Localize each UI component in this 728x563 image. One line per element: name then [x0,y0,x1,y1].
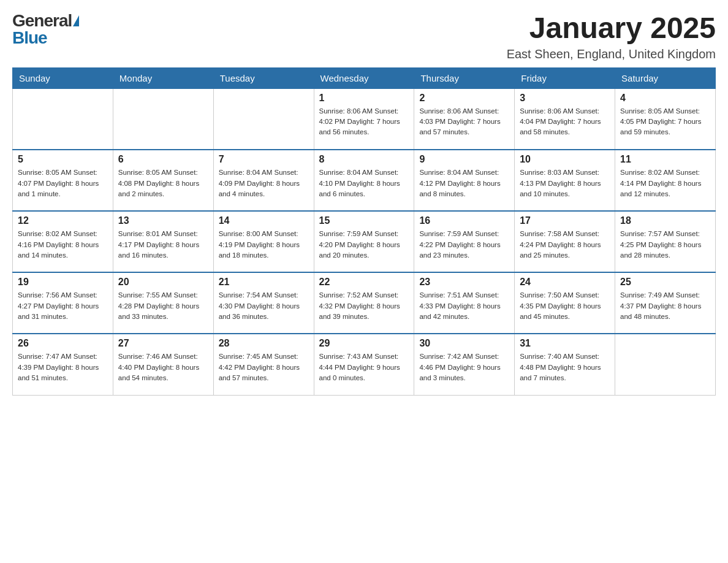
calendar-header-row: Sunday Monday Tuesday Wednesday Thursday… [13,67,716,88]
table-row: 4Sunrise: 8:05 AM Sunset: 4:05 PM Daylig… [615,88,716,150]
day-number: 22 [319,277,409,288]
table-row: 22Sunrise: 7:52 AM Sunset: 4:32 PM Dayli… [314,272,414,334]
table-row: 21Sunrise: 7:54 AM Sunset: 4:30 PM Dayli… [213,272,314,334]
day-info: Sunrise: 8:05 AM Sunset: 4:05 PM Dayligh… [620,106,710,138]
calendar-week-5: 26Sunrise: 7:47 AM Sunset: 4:39 PM Dayli… [13,334,716,395]
table-row: 14Sunrise: 8:00 AM Sunset: 4:19 PM Dayli… [213,211,314,272]
day-info: Sunrise: 8:06 AM Sunset: 4:03 PM Dayligh… [419,106,509,138]
day-info: Sunrise: 7:55 AM Sunset: 4:28 PM Dayligh… [118,290,208,322]
header-tuesday: Tuesday [213,67,314,88]
logo: General Blue [12,12,79,47]
header-thursday: Thursday [414,67,515,88]
day-info: Sunrise: 7:51 AM Sunset: 4:33 PM Dayligh… [419,290,509,322]
day-info: Sunrise: 7:52 AM Sunset: 4:32 PM Dayligh… [319,290,409,322]
table-row [13,88,113,150]
logo-triangle-icon [73,15,79,26]
logo-general-text: General [12,12,72,29]
table-row: 20Sunrise: 7:55 AM Sunset: 4:28 PM Dayli… [113,272,213,334]
table-row: 30Sunrise: 7:42 AM Sunset: 4:46 PM Dayli… [414,334,515,395]
day-info: Sunrise: 7:46 AM Sunset: 4:40 PM Dayligh… [118,351,208,383]
table-row [213,88,314,150]
day-info: Sunrise: 7:59 AM Sunset: 4:20 PM Dayligh… [319,229,409,261]
day-number: 28 [219,338,309,349]
table-row: 27Sunrise: 7:46 AM Sunset: 4:40 PM Dayli… [113,334,213,395]
day-number: 26 [18,338,108,349]
header-saturday: Saturday [615,67,716,88]
day-number: 8 [319,154,409,165]
table-row: 5Sunrise: 8:05 AM Sunset: 4:07 PM Daylig… [13,150,113,211]
table-row: 23Sunrise: 7:51 AM Sunset: 4:33 PM Dayli… [414,272,515,334]
table-row: 25Sunrise: 7:49 AM Sunset: 4:37 PM Dayli… [615,272,716,334]
day-number: 19 [18,277,108,288]
table-row: 7Sunrise: 8:04 AM Sunset: 4:09 PM Daylig… [213,150,314,211]
day-info: Sunrise: 7:43 AM Sunset: 4:44 PM Dayligh… [319,351,409,383]
calendar-week-3: 12Sunrise: 8:02 AM Sunset: 4:16 PM Dayli… [13,211,716,272]
day-number: 29 [319,338,409,349]
month-title: January 2025 [507,12,716,45]
table-row [113,88,213,150]
day-number: 20 [118,277,208,288]
table-row: 28Sunrise: 7:45 AM Sunset: 4:42 PM Dayli… [213,334,314,395]
calendar-week-2: 5Sunrise: 8:05 AM Sunset: 4:07 PM Daylig… [13,150,716,211]
table-row: 29Sunrise: 7:43 AM Sunset: 4:44 PM Dayli… [314,334,414,395]
day-info: Sunrise: 8:04 AM Sunset: 4:10 PM Dayligh… [319,167,409,199]
title-section: January 2025 East Sheen, England, United… [507,12,716,61]
day-number: 16 [419,215,509,226]
table-row: 9Sunrise: 8:04 AM Sunset: 4:12 PM Daylig… [414,150,515,211]
day-number: 7 [219,154,309,165]
day-info: Sunrise: 7:47 AM Sunset: 4:39 PM Dayligh… [18,351,108,383]
day-info: Sunrise: 7:45 AM Sunset: 4:42 PM Dayligh… [219,351,309,383]
header-sunday: Sunday [13,67,113,88]
table-row: 1Sunrise: 8:06 AM Sunset: 4:02 PM Daylig… [314,88,414,150]
day-info: Sunrise: 8:04 AM Sunset: 4:12 PM Dayligh… [419,167,509,199]
day-info: Sunrise: 8:05 AM Sunset: 4:08 PM Dayligh… [118,167,208,199]
day-number: 21 [219,277,309,288]
table-row: 8Sunrise: 8:04 AM Sunset: 4:10 PM Daylig… [314,150,414,211]
day-info: Sunrise: 8:04 AM Sunset: 4:09 PM Dayligh… [219,167,309,199]
day-number: 14 [219,215,309,226]
day-info: Sunrise: 7:59 AM Sunset: 4:22 PM Dayligh… [419,229,509,261]
day-number: 18 [620,215,710,226]
day-number: 5 [18,154,108,165]
table-row: 6Sunrise: 8:05 AM Sunset: 4:08 PM Daylig… [113,150,213,211]
day-info: Sunrise: 7:56 AM Sunset: 4:27 PM Dayligh… [18,290,108,322]
logo-blue-text: Blue [12,29,47,47]
header-monday: Monday [113,67,213,88]
day-number: 30 [419,338,509,349]
header-wednesday: Wednesday [314,67,414,88]
day-number: 3 [520,93,610,104]
day-number: 6 [118,154,208,165]
day-info: Sunrise: 8:03 AM Sunset: 4:13 PM Dayligh… [520,167,610,199]
day-number: 25 [620,277,710,288]
day-number: 13 [118,215,208,226]
day-number: 12 [18,215,108,226]
day-number: 11 [620,154,710,165]
day-number: 17 [520,215,610,226]
day-number: 4 [620,93,710,104]
page-header: General Blue January 2025 East Sheen, En… [12,12,716,61]
calendar-week-4: 19Sunrise: 7:56 AM Sunset: 4:27 PM Dayli… [13,272,716,334]
day-number: 2 [419,93,509,104]
day-number: 27 [118,338,208,349]
day-info: Sunrise: 7:54 AM Sunset: 4:30 PM Dayligh… [219,290,309,322]
day-info: Sunrise: 7:42 AM Sunset: 4:46 PM Dayligh… [419,351,509,383]
table-row [615,334,716,395]
calendar-table: Sunday Monday Tuesday Wednesday Thursday… [12,67,716,396]
day-number: 31 [520,338,610,349]
day-info: Sunrise: 7:49 AM Sunset: 4:37 PM Dayligh… [620,290,710,322]
day-info: Sunrise: 8:02 AM Sunset: 4:14 PM Dayligh… [620,167,710,199]
table-row: 12Sunrise: 8:02 AM Sunset: 4:16 PM Dayli… [13,211,113,272]
day-number: 24 [520,277,610,288]
day-info: Sunrise: 8:02 AM Sunset: 4:16 PM Dayligh… [18,229,108,261]
table-row: 11Sunrise: 8:02 AM Sunset: 4:14 PM Dayli… [615,150,716,211]
day-number: 1 [319,93,409,104]
location-text: East Sheen, England, United Kingdom [507,47,716,61]
day-info: Sunrise: 7:58 AM Sunset: 4:24 PM Dayligh… [520,229,610,261]
table-row: 17Sunrise: 7:58 AM Sunset: 4:24 PM Dayli… [515,211,615,272]
day-info: Sunrise: 8:06 AM Sunset: 4:02 PM Dayligh… [319,106,409,138]
calendar-week-1: 1Sunrise: 8:06 AM Sunset: 4:02 PM Daylig… [13,88,716,150]
table-row: 26Sunrise: 7:47 AM Sunset: 4:39 PM Dayli… [13,334,113,395]
day-info: Sunrise: 8:06 AM Sunset: 4:04 PM Dayligh… [520,106,610,138]
day-info: Sunrise: 8:00 AM Sunset: 4:19 PM Dayligh… [219,229,309,261]
day-info: Sunrise: 8:01 AM Sunset: 4:17 PM Dayligh… [118,229,208,261]
